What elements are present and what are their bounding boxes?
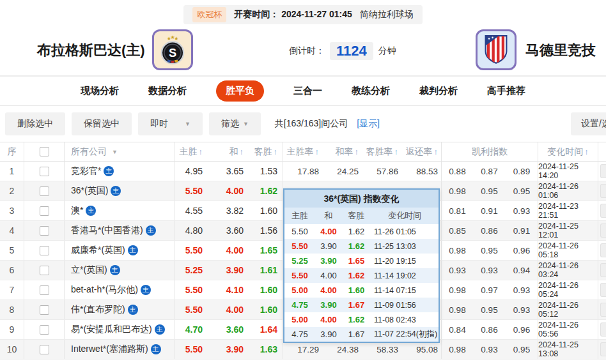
row-checkbox[interactable] xyxy=(40,167,49,176)
company-name[interactable]: 香港马*(中国香港) xyxy=(71,225,143,236)
company-name[interactable]: 易*(安提瓜和巴布达) xyxy=(71,324,152,335)
kickoff-time: 开赛时间： 2024-11-27 01:45 xyxy=(234,9,352,20)
kelly-value: 0.85 xyxy=(441,221,473,240)
header-home-rate[interactable]: 主胜率↑ xyxy=(283,142,322,161)
home-tag-icon: 主 xyxy=(141,285,151,295)
company-name[interactable]: 36*(英国) xyxy=(71,185,108,197)
company-name[interactable]: 澳* xyxy=(71,205,83,216)
league-badge[interactable]: 欧冠杯 xyxy=(192,7,226,22)
keep-selected-button[interactable]: 保留选中 xyxy=(72,112,132,135)
row-action-stub[interactable] xyxy=(600,224,606,238)
kelly-value: 0.96 xyxy=(506,241,538,260)
row-action-stub[interactable] xyxy=(600,303,606,317)
tab-胜平负[interactable]: 胜平负 xyxy=(216,80,264,102)
odds-value: 1.60 xyxy=(249,201,283,220)
settings-select-button[interactable]: 设置/选择 xyxy=(571,112,606,135)
delete-selected-button[interactable]: 删除选中 xyxy=(5,112,65,135)
popup-odds-value: 4.00 xyxy=(315,227,342,236)
header-away-odds[interactable]: 客胜↑ xyxy=(249,142,283,161)
tab-高手推荐[interactable]: 高手推荐 xyxy=(487,85,525,97)
header-draw-rate[interactable]: 和率↑ xyxy=(322,142,362,161)
row-checkbox[interactable] xyxy=(40,325,49,335)
row-action-stub[interactable] xyxy=(600,283,606,297)
kelly-value: 0.93 xyxy=(506,201,538,220)
row-action-stub[interactable] xyxy=(600,243,606,257)
company-name[interactable]: 竞彩官* xyxy=(71,165,101,177)
filter-dropdown[interactable]: 筛选 ▼ xyxy=(209,112,261,135)
change-time: 2024-11-26 05:18 xyxy=(538,241,598,260)
company-name[interactable]: bet-at-h*(马尔他) xyxy=(71,284,138,296)
kelly-value: 0.95 xyxy=(506,181,538,201)
chevron-down-icon: ▼ xyxy=(112,149,118,155)
row-action-stub[interactable] xyxy=(600,204,606,218)
row-checkbox[interactable] xyxy=(40,266,49,275)
home-tag-icon: 主 xyxy=(146,225,156,236)
row-checkbox[interactable] xyxy=(40,226,49,236)
row-action-stub[interactable] xyxy=(600,164,606,178)
tab-教练分析[interactable]: 教练分析 xyxy=(352,85,390,97)
kelly-value: 0.93 xyxy=(473,340,506,359)
popup-odds-value: 1.67 xyxy=(342,300,371,310)
header-draw-rate-label: 和率 xyxy=(336,146,354,158)
row-extra-cell xyxy=(598,300,606,319)
header-home-odds[interactable]: 主胜↑ xyxy=(175,142,208,161)
venue-name: 简纳拉利球场 xyxy=(360,9,414,20)
table-row: 1竞彩官*主4.953.651.5317.8824.2557.8688.530.… xyxy=(0,162,606,181)
header-payout-rate[interactable]: 返还率↑ xyxy=(401,142,441,161)
company-name[interactable]: 立*(英国) xyxy=(71,264,107,276)
row-checkbox[interactable] xyxy=(40,345,49,354)
row-checkbox-cell xyxy=(24,261,64,280)
odds-value: 4.95 xyxy=(175,162,208,181)
header-change-time[interactable]: 变化时间↑ xyxy=(538,142,598,161)
header-kelly-label: 凯利指数 xyxy=(472,146,508,158)
popup-odds-value: 3.90 xyxy=(315,241,342,251)
row-checkbox-cell xyxy=(24,162,64,181)
header-draw-label: 和 xyxy=(229,146,238,158)
popup-change-time: 11-20 19:15 xyxy=(371,257,439,266)
row-checkbox-cell xyxy=(24,300,64,319)
change-time: 2024-11-25 14:20 xyxy=(538,162,598,181)
odds-value: 1.60 xyxy=(249,300,283,319)
popup-header-draw: 和 xyxy=(315,210,342,222)
row-checkbox[interactable] xyxy=(40,246,49,255)
countdown-label: 倒计时： xyxy=(289,45,325,57)
row-seq: 8 xyxy=(0,300,24,319)
company-name[interactable]: Interwet*(塞浦路斯) xyxy=(71,344,148,355)
change-time: 2024-11-23 21:51 xyxy=(538,201,598,220)
row-checkbox[interactable] xyxy=(40,186,49,196)
home-tag-icon: 主 xyxy=(155,324,165,335)
popup-row: 5.504.001.6211-14 19:02 xyxy=(284,268,439,283)
row-action-stub[interactable] xyxy=(600,342,606,356)
row-checkbox[interactable] xyxy=(40,305,49,315)
countdown-unit: 分钟 xyxy=(378,45,396,57)
change-time: 2024-11-25 12:01 xyxy=(538,221,598,240)
show-link[interactable]: [显示] xyxy=(357,118,380,130)
row-action-stub[interactable] xyxy=(600,322,606,337)
row-checkbox[interactable] xyxy=(40,206,49,216)
row-action-stub[interactable] xyxy=(600,184,606,198)
select-all-checkbox[interactable] xyxy=(40,147,49,156)
instant-dropdown[interactable]: 即时 ▼ xyxy=(138,112,203,135)
header-draw-odds[interactable]: 和↑ xyxy=(208,142,249,161)
header-select-all[interactable] xyxy=(24,142,64,161)
header-seq: 序 xyxy=(0,142,24,161)
header-away-rate[interactable]: 客胜率↑ xyxy=(362,142,401,161)
tab-三合一[interactable]: 三合一 xyxy=(293,85,322,97)
company-name[interactable]: 威廉希*(英国) xyxy=(71,245,125,256)
popup-odds-value: 1.67 xyxy=(342,330,371,339)
kelly-value: 0.93 xyxy=(441,261,473,280)
row-extra-cell xyxy=(598,261,606,280)
odds-value: 5.50 xyxy=(175,280,208,300)
change-time: 2024-11-26 01:06 xyxy=(538,181,598,201)
tab-现场分析[interactable]: 现场分析 xyxy=(81,85,119,97)
popup-change-time: 11-09 01:56 xyxy=(371,301,439,310)
tab-数据分析[interactable]: 数据分析 xyxy=(148,85,187,97)
sort-asc-icon: ↑ xyxy=(240,147,244,156)
row-checkbox[interactable] xyxy=(40,285,49,295)
tab-裁判分析[interactable]: 裁判分析 xyxy=(419,85,458,97)
odds-value: 1.62 xyxy=(249,181,283,201)
company-name[interactable]: 伟*(直布罗陀) xyxy=(71,304,125,315)
odds-table-header: 序 所有公司▼ 主胜↑ 和↑ 客胜↑ 主胜率↑ 和率↑ 客胜率↑ 返还率↑ 凯利… xyxy=(0,142,606,162)
header-company[interactable]: 所有公司▼ xyxy=(64,142,175,161)
row-action-stub[interactable] xyxy=(600,263,606,277)
